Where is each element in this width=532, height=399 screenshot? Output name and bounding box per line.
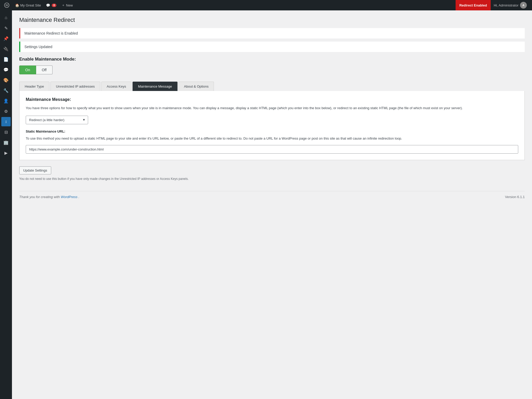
tab-header-type[interactable]: Header Type xyxy=(19,82,49,91)
update-note: You do not need to use this button if yo… xyxy=(19,177,525,181)
panel-description: You have three options for how to specif… xyxy=(26,106,518,111)
sidebar-icon-redirect[interactable]: ↕ xyxy=(1,117,11,126)
plus-icon: ＋ xyxy=(62,3,65,8)
tab-access-keys[interactable]: Access Keys xyxy=(101,82,132,91)
sidebar-icon-users[interactable]: 👤 xyxy=(1,96,11,106)
footer-thank-you: Thank you for creating with WordPress . xyxy=(19,195,79,199)
message-type-select[interactable]: Display a message Static HTML page Redir… xyxy=(26,116,88,124)
enable-mode-label: Enable Maintenance Mode: xyxy=(19,57,525,62)
tab-unrestricted-ip[interactable]: Unrestricted IP addresses xyxy=(50,82,100,91)
maintenance-message-panel: Maintenance Message: You have three opti… xyxy=(19,91,525,160)
notice-success: Settings Updated xyxy=(19,42,525,52)
sidebar-icon-posts[interactable]: ✎ xyxy=(1,23,11,33)
sidebar-icon-plugins[interactable]: 🔌 xyxy=(1,44,11,54)
tabs: Header Type Unrestricted IP addresses Ac… xyxy=(19,82,525,91)
sidebar-icon-pin[interactable]: 📌 xyxy=(1,34,11,43)
sidebar-icon-pages[interactable]: 📄 xyxy=(1,55,11,64)
adminbar-comments[interactable]: 💬 0 xyxy=(43,0,59,10)
panel-title: Maintenance Message: xyxy=(26,97,518,102)
wordpress-link[interactable]: WordPress xyxy=(61,195,77,199)
main-content: Maintenance Redirect Maintenance Redirec… xyxy=(12,10,532,399)
toggle-group: On Off xyxy=(19,66,525,74)
footer-version: Version 6.1.1 xyxy=(505,195,525,199)
update-settings-button[interactable]: Update Settings xyxy=(19,166,51,174)
sidebar: ⌂ ✎ 📌 🔌 📄 💬 🎨 🔧 👤 ⚙ ↕ ⊟ 🏢 ▶ xyxy=(0,10,12,399)
adminbar-user[interactable]: Hi, Administrator A xyxy=(491,0,530,10)
tab-about-options[interactable]: About & Options xyxy=(179,82,214,91)
sidebar-icon-settings[interactable]: ⚙ xyxy=(1,107,11,116)
comments-icon: 💬 xyxy=(46,3,50,7)
sidebar-icon-appearance[interactable]: 🎨 xyxy=(1,75,11,85)
sidebar-icon-comments[interactable]: 💬 xyxy=(1,65,11,74)
notice-error: Maintenance Redirect is Enabled xyxy=(19,28,525,38)
wp-logo[interactable]: W xyxy=(2,0,11,10)
home-icon: 🏠 xyxy=(15,3,19,7)
sidebar-icon-table[interactable]: ⊟ xyxy=(1,127,11,137)
tab-maintenance-message[interactable]: Maintenance Message xyxy=(133,82,178,91)
static-url-input[interactable] xyxy=(26,145,518,154)
admin-bar: W 🏠 My Great Site 💬 0 ＋ New Redirect Ena… xyxy=(0,0,532,10)
redirect-enabled-button[interactable]: Redirect Enabled xyxy=(456,0,490,10)
adminbar-new[interactable]: ＋ New xyxy=(59,0,75,10)
sidebar-icon-tools[interactable]: 🔧 xyxy=(1,86,11,95)
toggle-off-button[interactable]: Off xyxy=(36,66,52,74)
footer: Thank you for creating with WordPress . … xyxy=(19,191,525,199)
dropdown-wrap: Display a message Static HTML page Redir… xyxy=(26,116,88,124)
svg-text:W: W xyxy=(5,4,8,7)
toggle-on-button[interactable]: On xyxy=(19,66,36,74)
avatar: A xyxy=(520,2,527,9)
adminbar-site-name[interactable]: 🏠 My Great Site xyxy=(12,0,43,10)
sidebar-icon-play[interactable]: ▶ xyxy=(1,148,11,158)
sidebar-icon-home[interactable]: ⌂ xyxy=(1,13,11,22)
page-title: Maintenance Redirect xyxy=(19,17,525,23)
comments-badge: 0 xyxy=(52,4,56,7)
url-description: To use this method you need to upload a … xyxy=(26,136,518,141)
sidebar-icon-building[interactable]: 🏢 xyxy=(1,138,11,147)
static-url-label: Static Maintenance URL: xyxy=(26,129,518,133)
